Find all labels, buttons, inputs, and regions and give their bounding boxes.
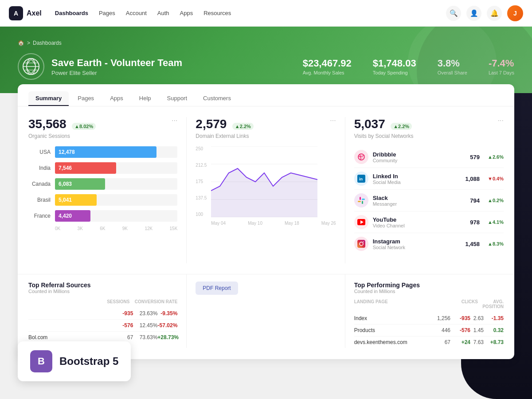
social-row-slack: Slack Messanger 794 ▲0.2%: [354, 190, 504, 211]
svg-text:in: in: [359, 177, 363, 181]
metric-header-sessions: 35,568 ▲8.02% ···: [28, 117, 177, 131]
tab-apps[interactable]: Apps: [103, 91, 130, 106]
svg-rect-17: [362, 199, 365, 200]
bootstrap-label: Bootstrap 5: [59, 355, 118, 368]
social-row-dribbble: Dribbble Community 579 ▲2.6%: [354, 146, 504, 168]
profile-button[interactable]: 👤: [466, 6, 481, 21]
main-card: Summary Pages Apps Help Support Customer…: [18, 84, 514, 359]
pdf-report-button[interactable]: PDF Report: [196, 282, 238, 295]
bar-row-brasil: Brasil 5,041: [28, 194, 177, 206]
sessions-label: Organic Sessions: [28, 133, 177, 139]
svg-point-10: [358, 153, 365, 160]
hero-text: Save Earth - Volunteer Team Power Elite …: [51, 57, 182, 76]
bar-chart: USA 12,478 India 7,546 Canad: [28, 146, 177, 231]
top-pages-panel: Top Performing Pages Counted in Millions…: [345, 274, 504, 348]
nav-right: 🔍 👤 🔔 J: [446, 5, 523, 21]
bar-row-canada: Canada 6,083: [28, 178, 177, 190]
notifications-button[interactable]: 🔔: [487, 6, 502, 21]
svg-rect-16: [358, 201, 361, 202]
dribbble-icon: [354, 150, 368, 164]
home-icon: 🏠: [18, 40, 24, 46]
dashboard-grid: 35,568 ▲8.02% ··· Organic Sessions USA 1…: [18, 106, 514, 274]
nav-auth[interactable]: Auth: [157, 10, 169, 16]
domain-links-panel: 2,579 ▲2.2% ··· Domain External Links 25…: [187, 117, 345, 263]
linkedin-icon: in: [354, 172, 368, 186]
bar-row-india: India 7,546: [28, 162, 177, 174]
team-logo: [18, 53, 44, 80]
line-chart-y-axis: 250 212.5 175 137.5 100: [196, 146, 207, 217]
tab-customers[interactable]: Customers: [196, 91, 238, 106]
nav-apps[interactable]: Apps: [180, 10, 193, 16]
pages-title: Top Performing Pages: [354, 282, 504, 289]
page-row-index: Index 1,256 -935 2.63 -1.35: [354, 313, 504, 325]
brand-name: Axel: [27, 9, 42, 17]
team-name: Save Earth - Volunteer Team: [51, 57, 182, 69]
sessions-badge: ▲8.02%: [72, 123, 96, 130]
links-value: 2,579: [196, 117, 227, 131]
referral-row-1: -935 23.63% -9.35%: [28, 308, 177, 320]
pages-headers: LANDING PAGE CLICKS AVG. POSITION: [354, 299, 504, 309]
referral-title: Top Referral Sources: [28, 282, 177, 289]
line-chart-x-axis: May 04 May 10 May 18 May 26: [211, 221, 336, 226]
slack-icon: [354, 193, 368, 207]
tab-bar: Summary Pages Apps Help Support Customer…: [18, 84, 514, 106]
referral-subtitle: Counted in Millions: [28, 289, 177, 294]
search-button[interactable]: 🔍: [446, 6, 461, 21]
tab-help[interactable]: Help: [132, 91, 158, 106]
nav-account[interactable]: Account: [126, 10, 147, 16]
pdf-panel: PDF Report: [187, 274, 345, 348]
page-row-devs: devs.keenthemes.com 67 +24 7.63 +8.73: [354, 336, 504, 348]
nav-resources[interactable]: Resources: [203, 10, 231, 16]
social-row-instagram: Instagram Social Network 1,458 ▲8.3%: [354, 233, 504, 254]
social-more-btn[interactable]: ···: [498, 117, 504, 124]
referral-sources-panel: Top Referral Sources Counted in Millions…: [28, 274, 187, 348]
page-row-products: Products 446 -576 1.45 0.32: [354, 325, 504, 336]
nav-pages[interactable]: Pages: [99, 10, 115, 16]
bootstrap-overlay: B Bootstrap 5: [18, 341, 131, 381]
nav-dashboards[interactable]: Dashboards: [55, 10, 88, 16]
hero-bg-deco2: [417, 27, 532, 93]
bar-row-france: France 4,420: [28, 210, 177, 222]
nav-links: Dashboards Pages Account Auth Apps Resou…: [55, 10, 231, 16]
social-label: Visits by Social Networks: [354, 133, 504, 139]
top-navigation: A Axel Dashboards Pages Account Auth App…: [0, 0, 532, 27]
metric-header-social: 5,037 ▲2.2% ···: [354, 117, 504, 131]
links-more-btn[interactable]: ···: [330, 117, 336, 124]
referral-headers: SESSIONS CONVERSION RATE: [28, 299, 177, 304]
user-avatar[interactable]: J: [507, 5, 523, 21]
bar-x-labels: 0K 3K 6K 9K 12K 15K: [28, 226, 177, 231]
svg-rect-15: [362, 201, 363, 204]
social-value: 5,037: [354, 117, 385, 131]
sessions-value: 35,568: [28, 117, 66, 131]
brand-icon: A: [9, 6, 23, 20]
youtube-icon: [354, 215, 368, 229]
svg-point-22: [363, 242, 364, 243]
team-subtitle: Power Elite Seller: [51, 70, 182, 76]
metric-header-links: 2,579 ▲2.2% ···: [196, 117, 336, 131]
social-list: Dribbble Community 579 ▲2.6% in: [354, 146, 504, 254]
svg-rect-14: [360, 197, 361, 200]
referral-row-2: -576 12.45% -57.02%: [28, 320, 177, 332]
bar-row-usa: USA 12,478: [28, 146, 177, 158]
instagram-icon: [354, 237, 368, 251]
pages-subtitle: Counted in Millions: [354, 289, 504, 294]
line-chart-svg: [211, 146, 336, 219]
tab-pages[interactable]: Pages: [70, 91, 101, 106]
links-badge: ▲2.2%: [232, 123, 254, 130]
tab-support[interactable]: Support: [160, 91, 195, 106]
brand-logo[interactable]: A Axel: [9, 6, 42, 20]
hero-banner: 🏠 > Dashboards Save Earth - Volu: [0, 27, 532, 93]
sessions-more-btn[interactable]: ···: [172, 117, 177, 124]
bootstrap-icon: B: [30, 350, 52, 372]
svg-rect-20: [357, 240, 365, 248]
social-row-linkedin: in Linked In Social Media 1,088 ▼0.4%: [354, 168, 504, 190]
social-networks-panel: 5,037 ▲2.2% ··· Visits by Social Network…: [345, 117, 504, 263]
line-chart: 250 212.5 175 137.5 100: [196, 146, 336, 226]
tab-summary[interactable]: Summary: [28, 91, 69, 106]
social-badge: ▲2.2%: [391, 123, 412, 130]
organic-sessions-panel: 35,568 ▲8.02% ··· Organic Sessions USA 1…: [28, 117, 187, 263]
stat-monthly-sales: $23,467.92 Avg. Monthly Sales: [303, 58, 352, 75]
links-label: Domain External Links: [196, 133, 336, 139]
social-row-youtube: YouTube Video Channel 978 ▲4.1%: [354, 211, 504, 233]
